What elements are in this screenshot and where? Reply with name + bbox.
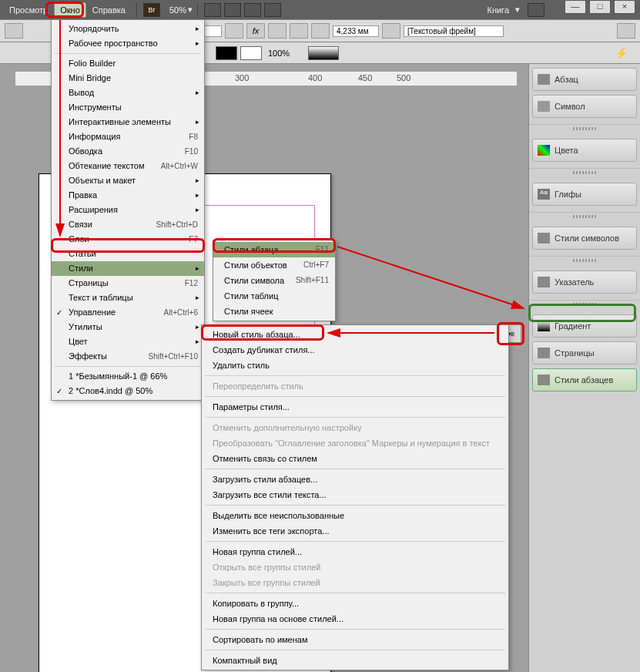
menu-pages[interactable]: СтраницыF12 [52, 276, 204, 291]
flyout-new-group-from[interactable]: Новая группа на основе стилей... [202, 611, 508, 627]
view-mode-icon[interactable] [204, 3, 221, 17]
menu-effects[interactable]: ЭффектыShift+Ctrl+F10 [52, 349, 204, 364]
panel-colors[interactable]: Цвета [532, 139, 637, 162]
flyout-select-unused[interactable]: Выделить все неиспользованные [202, 508, 508, 523]
panel-gap [529, 212, 640, 223]
flyout-close-groups: Закрыть все группы стилей [202, 575, 508, 590]
icon[interactable] [617, 23, 635, 39]
menu-control[interactable]: УправлениеAlt+Ctrl+6 [52, 305, 204, 320]
frame-icon[interactable] [382, 23, 400, 39]
submenu-cell-styles[interactable]: Стили ячеек [213, 304, 335, 319]
zoom-level[interactable]: 50% [169, 5, 186, 15]
bridge-icon[interactable]: Br [143, 3, 160, 17]
submenu-paragraph-styles[interactable]: Стили абзацаF11 [213, 242, 335, 257]
align-icon[interactable] [268, 23, 286, 39]
menu-window[interactable]: Окно [54, 2, 86, 18]
palette-icon [538, 145, 550, 156]
menu-text-tables[interactable]: Текст и таблицы [52, 291, 204, 305]
flyout-duplicate[interactable]: Создать дубликат стиля... [202, 342, 508, 358]
opacity-field[interactable]: 100% [268, 49, 299, 58]
menu-objects[interactable]: Объекты и макет [52, 173, 204, 188]
maximize-button[interactable]: □ [589, 0, 611, 14]
flyout-new-group[interactable]: Новая группа стилей... [202, 544, 508, 559]
menu-help[interactable]: Справка [86, 2, 132, 18]
book-label[interactable]: Книга [487, 5, 509, 15]
menu-mini-bridge[interactable]: Mini Bridge [52, 71, 204, 86]
panel-gradient[interactable]: Градиент [532, 314, 637, 338]
menu-links[interactable]: СвязиShift+Ctrl+D [52, 217, 204, 232]
menu-workspace[interactable]: Рабочее пространство [52, 36, 204, 51]
search-icon[interactable] [528, 3, 545, 17]
menu-info[interactable]: ИнформацияF8 [52, 129, 204, 144]
panel-paragraph[interactable]: Абзац [532, 68, 637, 91]
menu-text-wrap[interactable]: Обтекание текстомAlt+Ctrl+W [52, 159, 204, 173]
separator [55, 366, 201, 367]
flyout-delete[interactable]: Удалить стиль [202, 358, 508, 373]
menu-view[interactable]: Просмотр [3, 2, 54, 18]
panel-char-styles[interactable]: Стили символов [532, 227, 637, 250]
separator [205, 593, 505, 593]
menu-interactive[interactable]: Интерактивные элементы [52, 115, 204, 129]
flyout-copy-to-group[interactable]: Копировать в группу... [202, 596, 508, 611]
flyout-load-para[interactable]: Загрузить стили абзацев... [202, 472, 508, 487]
minimize-button[interactable]: — [565, 0, 586, 14]
menu-color[interactable]: Цвет [52, 334, 204, 349]
separator [205, 396, 505, 397]
frame-type-field[interactable]: [Текстовый фрейм] [404, 25, 504, 37]
flyout-load-all[interactable]: Загрузить все стили текста... [202, 487, 508, 502]
icon[interactable] [225, 23, 243, 39]
menu-folio[interactable]: Folio Builder [52, 56, 204, 71]
menu-articles[interactable]: Статьи [52, 247, 204, 261]
fill-swatch[interactable] [216, 46, 237, 60]
align-icon[interactable] [311, 23, 330, 39]
submenu-character-styles[interactable]: Стили символаShift+F11 [213, 273, 335, 288]
submenu-table-styles[interactable]: Стили таблиц [213, 288, 335, 304]
lightning-icon[interactable]: ⚡ [615, 47, 628, 59]
book-dropdown-icon[interactable]: ▾ [515, 5, 520, 15]
gradient-icon [538, 321, 550, 331]
submenu-object-styles[interactable]: Стили объектовCtrl+F7 [213, 257, 335, 273]
gradient-swatch[interactable] [308, 46, 339, 60]
flyout-options[interactable]: Параметры стиля... [202, 399, 508, 415]
flyout-new-style[interactable]: Новый стиль абзаца... [202, 327, 508, 342]
ruler-tick: 400 [308, 73, 322, 82]
panel-index[interactable]: Указатель [532, 270, 637, 294]
menu-edit[interactable]: Правка [52, 188, 204, 203]
separator [136, 3, 137, 17]
menu-doc1[interactable]: 1 *Безымянный-1 @ 66% [52, 369, 204, 384]
panel-gap [529, 256, 640, 267]
screen-mode-icon[interactable] [224, 3, 241, 17]
flyout-break-link[interactable]: Отменить связь со стилем [202, 451, 508, 466]
align-icon[interactable] [290, 23, 308, 39]
arrange-icon[interactable] [244, 3, 261, 17]
menu-tools[interactable]: Инструменты [52, 100, 204, 115]
menu-stroke[interactable]: ОбводкаF10 [52, 144, 204, 159]
menu-extensions[interactable]: Расширения [52, 203, 204, 217]
fx-icon[interactable]: fx [246, 23, 265, 39]
paragraph-icon [538, 74, 550, 85]
menu-arrange[interactable]: Упорядочить [52, 22, 204, 36]
zoom-dropdown-icon[interactable]: ▾ [188, 5, 193, 15]
dim-field[interactable]: 4,233 мм [333, 25, 379, 37]
flyout-convert-bullets: Преобразовать "Оглавление заголовка" Мар… [202, 435, 508, 451]
glyphs-icon: Aa [538, 189, 550, 200]
flyout-sort[interactable]: Сортировать по именам [202, 632, 508, 647]
flyout-edit-tags[interactable]: Изменить все теги экспорта... [202, 523, 508, 539]
panel-character[interactable]: Символ [532, 95, 637, 118]
menu-styles[interactable]: Стили [52, 261, 204, 276]
panel-paragraph-styles[interactable]: Стили абзацев [532, 368, 637, 391]
panel-pages[interactable]: Страницы [532, 341, 637, 365]
panel-glyphs[interactable]: AaГлифы [532, 183, 637, 206]
menu-output[interactable]: Вывод [52, 86, 204, 100]
close-button[interactable]: × [614, 0, 635, 14]
menu-doc2[interactable]: 2 *Слов4.indd @ 50% [52, 384, 204, 398]
menu-utilities[interactable]: Утилиты [52, 320, 204, 334]
icon[interactable] [5, 23, 23, 39]
separator [205, 650, 505, 650]
separator [205, 417, 505, 418]
layout-icon[interactable] [264, 3, 281, 17]
menu-layers[interactable]: СлоиF7 [52, 232, 204, 247]
stroke-swatch[interactable] [240, 46, 262, 60]
separator [205, 469, 505, 469]
flyout-compact[interactable]: Компактный вид [202, 653, 508, 668]
